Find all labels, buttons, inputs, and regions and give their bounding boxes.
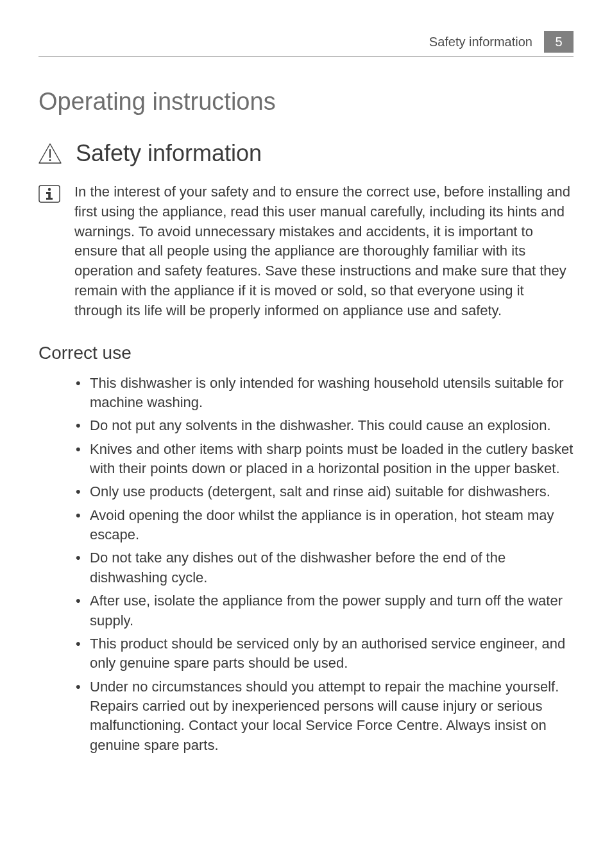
correct-use-list: This dishwasher is only intended for was… (38, 374, 574, 755)
list-item: Under no circumstances should you attemp… (76, 677, 574, 755)
list-item: Only use products (detergent, salt and r… (76, 482, 574, 501)
svg-point-4 (48, 188, 51, 191)
list-item: Avoid opening the door whilst the applia… (76, 506, 574, 545)
info-paragraph: In the interest of your safety and to en… (74, 182, 574, 321)
list-item: Do not put any solvents in the dishwashe… (76, 416, 574, 435)
chapter-title: Operating instructions (38, 88, 574, 116)
header-section-label: Safety information (429, 35, 532, 49)
correct-use-heading: Correct use (38, 343, 574, 363)
svg-point-2 (49, 159, 51, 161)
svg-rect-7 (46, 198, 53, 200)
header-rule (38, 56, 574, 57)
list-item: After use, isolate the appliance from th… (76, 591, 574, 630)
list-item: This product should be serviced only by … (76, 634, 574, 673)
info-icon (38, 185, 60, 203)
page-number: 5 (555, 35, 562, 49)
safety-heading-row: Safety information (38, 140, 574, 167)
page-number-box: 5 (544, 31, 574, 53)
list-item: This dishwasher is only intended for was… (76, 374, 574, 413)
list-item: Knives and other items with sharp points… (76, 440, 574, 479)
page-header: Safety information 5 (38, 31, 574, 53)
safety-heading: Safety information (76, 140, 262, 167)
manual-page: Safety information 5 Operating instructi… (0, 0, 612, 797)
info-block: In the interest of your safety and to en… (38, 182, 574, 321)
list-item: Do not take any dishes out of the dishwa… (76, 548, 574, 587)
warning-icon (38, 143, 62, 164)
